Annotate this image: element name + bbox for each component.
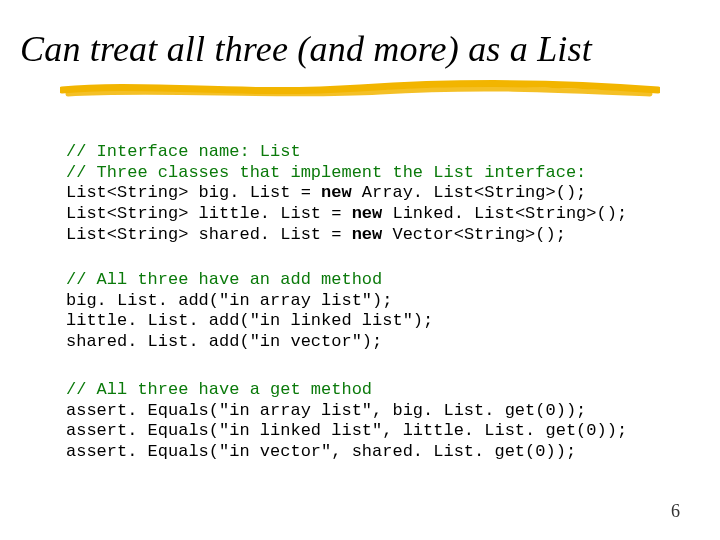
code-line: assert. Equals("in vector", shared. List… <box>66 442 576 461</box>
code-block-get: // All three have a get method assert. E… <box>66 380 627 463</box>
code-line: List<String> shared. List = new Vector<S… <box>66 225 566 244</box>
code-line: List<String> big. List = new Array. List… <box>66 183 586 202</box>
code-line: assert. Equals("in linked list", little.… <box>66 421 627 440</box>
code-line: assert. Equals("in array list", big. Lis… <box>66 401 586 420</box>
keyword-new: new <box>352 204 383 223</box>
code-line: shared. List. add("in vector"); <box>66 332 382 351</box>
code-comment: // Three classes that implement the List… <box>66 163 586 182</box>
slide-title: Can treat all three (and more) as a List <box>20 28 592 70</box>
code-comment: // All three have a get method <box>66 380 372 399</box>
keyword-new: new <box>321 183 352 202</box>
code-block-add: // All three have an add method big. Lis… <box>66 270 433 353</box>
code-block-declarations: // Interface name: List // Three classes… <box>66 142 627 246</box>
keyword-new: new <box>352 225 383 244</box>
title-underline <box>60 78 660 98</box>
code-line: big. List. add("in array list"); <box>66 291 392 310</box>
page-number: 6 <box>671 501 680 522</box>
slide: Can treat all three (and more) as a List… <box>0 0 720 540</box>
code-comment: // All three have an add method <box>66 270 382 289</box>
code-comment: // Interface name: List <box>66 142 301 161</box>
code-line: List<String> little. List = new Linked. … <box>66 204 627 223</box>
code-line: little. List. add("in linked list"); <box>66 311 433 330</box>
